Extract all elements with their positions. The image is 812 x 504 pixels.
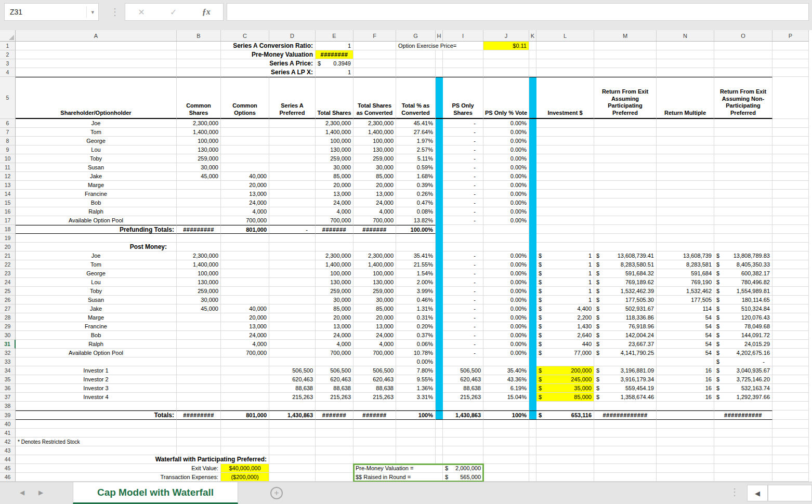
cell-M23[interactable]: $591,684.32 <box>594 269 657 278</box>
cell-D39[interactable]: 1,430,863 <box>269 410 316 420</box>
cell-O21[interactable]: $13,808,789.83 <box>714 251 772 260</box>
cell-G43[interactable] <box>396 446 436 455</box>
cell-A16[interactable]: Ralph <box>16 207 177 216</box>
row-header-34[interactable]: 34 <box>0 366 16 375</box>
cell-A18[interactable]: Prefunding Totals: <box>16 225 177 234</box>
cell-F43[interactable] <box>353 446 396 455</box>
cell-L30[interactable]: $2,640 <box>536 331 594 340</box>
cell-L1[interactable] <box>536 42 594 50</box>
cell-J24[interactable]: 0.00% <box>483 278 529 287</box>
cell-J1[interactable]: $0.11 <box>483 42 529 50</box>
cell-C19[interactable] <box>221 234 269 243</box>
insert-function-icon[interactable]: ƒx <box>202 7 211 17</box>
cell-D45[interactable] <box>269 464 316 473</box>
cell-E9[interactable]: 130,000 <box>316 145 353 154</box>
cell-K26[interactable] <box>529 296 536 304</box>
cell-N37[interactable]: 16 <box>657 393 714 402</box>
cell-H21[interactable] <box>436 251 443 260</box>
cell-C18[interactable]: 801,000 <box>221 225 269 234</box>
cell-N19[interactable] <box>657 234 714 243</box>
cell-L15[interactable] <box>536 198 594 207</box>
cell-P31[interactable] <box>772 340 809 349</box>
cell-G39[interactable]: 100% <box>396 410 436 420</box>
cell-N40[interactable] <box>657 420 714 429</box>
cell-H36[interactable] <box>436 384 443 393</box>
cell-P21[interactable] <box>772 251 809 260</box>
cell-E15[interactable]: 24,000 <box>316 198 353 207</box>
cell-C16[interactable]: 4,000 <box>221 207 269 216</box>
cell-D22[interactable] <box>269 260 316 269</box>
cell-E36[interactable]: 88,638 <box>316 384 353 393</box>
cell-M2[interactable] <box>594 50 657 59</box>
cell-A28[interactable]: Marge <box>16 313 177 322</box>
cell-C27[interactable]: 40,000 <box>221 304 269 313</box>
cell-E25[interactable]: 259,000 <box>316 287 353 296</box>
cell-M33[interactable] <box>594 357 657 366</box>
cell-I15[interactable]: - <box>443 198 483 207</box>
cell-K13[interactable] <box>529 181 536 190</box>
cell-F7[interactable]: 1,400,000 <box>353 128 396 137</box>
cell-I25[interactable]: - <box>443 287 483 296</box>
cell-N3[interactable] <box>657 59 714 68</box>
cell-J46[interactable] <box>483 473 529 482</box>
cell-I10[interactable]: - <box>443 154 483 163</box>
cell-K15[interactable] <box>529 198 536 207</box>
cell-A8[interactable]: George <box>16 137 177 145</box>
cell-H39[interactable] <box>436 410 443 420</box>
row-header-37[interactable]: 37 <box>0 393 16 402</box>
cell-J44[interactable] <box>483 455 529 464</box>
cell-M31[interactable]: $23,667.37 <box>594 340 657 349</box>
cell-E4[interactable]: 1 <box>316 68 353 77</box>
row-header-22[interactable]: 22 <box>0 260 16 269</box>
cell-M6[interactable] <box>594 119 657 128</box>
cell-D38[interactable] <box>269 402 316 410</box>
cell-O13[interactable] <box>714 181 772 190</box>
row-header-40[interactable]: 40 <box>0 420 16 429</box>
cell-M3[interactable] <box>594 59 657 68</box>
cell-G26[interactable]: 0.46% <box>396 296 436 304</box>
cell-P12[interactable] <box>772 172 809 181</box>
cell-F26[interactable]: 30,000 <box>353 296 396 304</box>
cell-B24[interactable]: 130,000 <box>177 278 221 287</box>
cell-K23[interactable] <box>529 269 536 278</box>
col-header-B[interactable]: B <box>177 30 221 41</box>
cell-A35[interactable]: Investor 2 <box>16 375 177 384</box>
cell-F29[interactable]: 13,000 <box>353 322 396 331</box>
cell-I7[interactable]: - <box>443 128 483 137</box>
cell-N21[interactable]: 13,608,739 <box>657 251 714 260</box>
cell-F25[interactable]: 259,000 <box>353 287 396 296</box>
cell-J10[interactable]: 0.00% <box>483 154 529 163</box>
cell-O42[interactable] <box>714 437 772 446</box>
cell-G7[interactable]: 27.64% <box>396 128 436 137</box>
cell-O1[interactable] <box>714 42 772 50</box>
cell-O4[interactable] <box>714 68 772 77</box>
cell-J42[interactable] <box>483 437 529 446</box>
cell-H38[interactable] <box>436 402 443 410</box>
cell-J35[interactable]: 43.36% <box>483 375 529 384</box>
cell-K27[interactable] <box>529 304 536 313</box>
cell-D23[interactable] <box>269 269 316 278</box>
cell-O44[interactable] <box>714 455 772 464</box>
row-header-13[interactable]: 13 <box>0 181 16 190</box>
cell-L40[interactable] <box>536 420 594 429</box>
cell-B37[interactable] <box>177 393 221 402</box>
cell-M21[interactable]: $13,608,739.41 <box>594 251 657 260</box>
cell-I40[interactable] <box>443 420 483 429</box>
cell-G3[interactable] <box>396 59 436 68</box>
cell-N41[interactable] <box>657 429 714 437</box>
cell-P32[interactable] <box>772 349 809 357</box>
cell-N45[interactable] <box>657 464 714 473</box>
cell-P14[interactable] <box>772 190 809 198</box>
cell-L13[interactable] <box>536 181 594 190</box>
cell-E1[interactable]: 1 <box>316 42 353 50</box>
cell-K1[interactable] <box>529 42 536 50</box>
cell-I29[interactable]: - <box>443 322 483 331</box>
cell-E33[interactable] <box>316 357 353 366</box>
cell-B1[interactable] <box>177 42 221 50</box>
cell-P39[interactable] <box>772 410 809 420</box>
cell-H24[interactable] <box>436 278 443 287</box>
cell-J25[interactable]: 0.00% <box>483 287 529 296</box>
row-header-43[interactable]: 43 <box>0 446 16 455</box>
cell-C29[interactable]: 13,000 <box>221 322 269 331</box>
cell-G23[interactable]: 1.54% <box>396 269 436 278</box>
